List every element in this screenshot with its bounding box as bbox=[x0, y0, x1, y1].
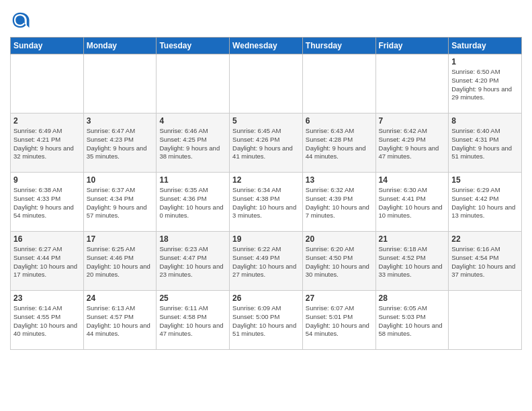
day-info: Sunrise: 6:35 AM Sunset: 4:36 PM Dayligh… bbox=[159, 186, 226, 220]
day-info: Sunrise: 6:18 AM Sunset: 4:52 PM Dayligh… bbox=[379, 245, 446, 279]
day-info: Sunrise: 6:13 AM Sunset: 4:57 PM Dayligh… bbox=[87, 304, 154, 338]
day-cell: 24Sunrise: 6:13 AM Sunset: 4:57 PM Dayli… bbox=[83, 291, 157, 350]
day-info: Sunrise: 6:27 AM Sunset: 4:44 PM Dayligh… bbox=[13, 245, 81, 279]
column-header-sunday: Sunday bbox=[11, 38, 84, 54]
day-cell bbox=[302, 54, 375, 113]
day-cell: 21Sunrise: 6:18 AM Sunset: 4:52 PM Dayli… bbox=[375, 232, 449, 291]
day-cell: 26Sunrise: 6:09 AM Sunset: 5:00 PM Dayli… bbox=[230, 291, 303, 350]
column-header-monday: Monday bbox=[83, 38, 157, 54]
day-number: 12 bbox=[232, 175, 300, 185]
day-cell: 28Sunrise: 6:05 AM Sunset: 5:03 PM Dayli… bbox=[375, 291, 449, 350]
day-info: Sunrise: 6:25 AM Sunset: 4:46 PM Dayligh… bbox=[87, 245, 154, 279]
day-info: Sunrise: 6:14 AM Sunset: 4:55 PM Dayligh… bbox=[13, 304, 81, 338]
column-header-friday: Friday bbox=[375, 38, 449, 54]
day-cell bbox=[230, 54, 303, 113]
day-number: 17 bbox=[87, 234, 154, 244]
day-cell bbox=[83, 54, 157, 113]
day-number: 2 bbox=[13, 116, 81, 126]
day-info: Sunrise: 6:43 AM Sunset: 4:28 PM Dayligh… bbox=[306, 127, 373, 161]
day-cell: 12Sunrise: 6:34 AM Sunset: 4:38 PM Dayli… bbox=[230, 173, 303, 232]
column-header-tuesday: Tuesday bbox=[157, 38, 230, 54]
day-info: Sunrise: 6:42 AM Sunset: 4:29 PM Dayligh… bbox=[379, 127, 446, 161]
day-cell: 7Sunrise: 6:42 AM Sunset: 4:29 PM Daylig… bbox=[375, 113, 449, 173]
day-cell: 23Sunrise: 6:14 AM Sunset: 4:55 PM Dayli… bbox=[11, 291, 84, 350]
day-info: Sunrise: 6:37 AM Sunset: 4:34 PM Dayligh… bbox=[87, 186, 154, 220]
day-info: Sunrise: 6:16 AM Sunset: 4:54 PM Dayligh… bbox=[451, 245, 519, 279]
day-number: 21 bbox=[379, 234, 446, 244]
day-cell: 20Sunrise: 6:20 AM Sunset: 4:50 PM Dayli… bbox=[302, 232, 375, 291]
day-cell: 16Sunrise: 6:27 AM Sunset: 4:44 PM Dayli… bbox=[11, 232, 84, 291]
day-number: 20 bbox=[306, 234, 373, 244]
day-cell bbox=[449, 291, 522, 350]
day-info: Sunrise: 6:40 AM Sunset: 4:31 PM Dayligh… bbox=[451, 127, 519, 161]
day-cell: 15Sunrise: 6:29 AM Sunset: 4:42 PM Dayli… bbox=[449, 173, 522, 232]
day-number: 15 bbox=[451, 175, 519, 185]
day-info: Sunrise: 6:45 AM Sunset: 4:26 PM Dayligh… bbox=[232, 127, 300, 161]
week-row-5: 23Sunrise: 6:14 AM Sunset: 4:55 PM Dayli… bbox=[11, 291, 522, 350]
day-number: 18 bbox=[159, 234, 226, 244]
day-number: 14 bbox=[379, 175, 446, 185]
day-number: 6 bbox=[306, 116, 373, 126]
day-number: 22 bbox=[451, 234, 519, 244]
day-number: 24 bbox=[87, 293, 154, 303]
day-cell: 27Sunrise: 6:07 AM Sunset: 5:01 PM Dayli… bbox=[302, 291, 375, 350]
day-cell: 2Sunrise: 6:49 AM Sunset: 4:21 PM Daylig… bbox=[11, 113, 84, 173]
day-number: 19 bbox=[232, 234, 300, 244]
day-number: 7 bbox=[379, 116, 446, 126]
day-number: 10 bbox=[87, 175, 154, 185]
day-info: Sunrise: 6:11 AM Sunset: 4:58 PM Dayligh… bbox=[159, 304, 226, 338]
week-row-4: 16Sunrise: 6:27 AM Sunset: 4:44 PM Dayli… bbox=[11, 232, 522, 291]
day-number: 16 bbox=[13, 234, 81, 244]
day-info: Sunrise: 6:29 AM Sunset: 4:42 PM Dayligh… bbox=[451, 186, 519, 220]
day-cell: 4Sunrise: 6:46 AM Sunset: 4:25 PM Daylig… bbox=[157, 113, 230, 173]
day-cell: 18Sunrise: 6:23 AM Sunset: 4:47 PM Dayli… bbox=[157, 232, 230, 291]
logo-icon bbox=[10, 10, 30, 30]
calendar-header-row: SundayMondayTuesdayWednesdayThursdayFrid… bbox=[11, 38, 522, 54]
day-number: 5 bbox=[232, 116, 300, 126]
day-cell: 10Sunrise: 6:37 AM Sunset: 4:34 PM Dayli… bbox=[83, 173, 157, 232]
day-info: Sunrise: 6:23 AM Sunset: 4:47 PM Dayligh… bbox=[159, 245, 226, 279]
day-cell: 6Sunrise: 6:43 AM Sunset: 4:28 PM Daylig… bbox=[302, 113, 375, 173]
day-cell: 9Sunrise: 6:38 AM Sunset: 4:33 PM Daylig… bbox=[11, 173, 84, 232]
day-cell: 25Sunrise: 6:11 AM Sunset: 4:58 PM Dayli… bbox=[157, 291, 230, 350]
day-info: Sunrise: 6:50 AM Sunset: 4:20 PM Dayligh… bbox=[451, 68, 519, 102]
day-info: Sunrise: 6:05 AM Sunset: 5:03 PM Dayligh… bbox=[379, 304, 446, 338]
day-cell: 11Sunrise: 6:35 AM Sunset: 4:36 PM Dayli… bbox=[157, 173, 230, 232]
day-info: Sunrise: 6:32 AM Sunset: 4:39 PM Dayligh… bbox=[306, 186, 373, 220]
week-row-3: 9Sunrise: 6:38 AM Sunset: 4:33 PM Daylig… bbox=[11, 173, 522, 232]
day-cell: 13Sunrise: 6:32 AM Sunset: 4:39 PM Dayli… bbox=[302, 173, 375, 232]
day-cell: 5Sunrise: 6:45 AM Sunset: 4:26 PM Daylig… bbox=[230, 113, 303, 173]
column-header-saturday: Saturday bbox=[449, 38, 522, 54]
page-header bbox=[10, 10, 522, 30]
day-number: 9 bbox=[13, 175, 81, 185]
day-number: 4 bbox=[159, 116, 226, 126]
day-info: Sunrise: 6:49 AM Sunset: 4:21 PM Dayligh… bbox=[13, 127, 81, 161]
day-info: Sunrise: 6:34 AM Sunset: 4:38 PM Dayligh… bbox=[232, 186, 300, 220]
day-cell: 8Sunrise: 6:40 AM Sunset: 4:31 PM Daylig… bbox=[449, 113, 522, 173]
day-info: Sunrise: 6:38 AM Sunset: 4:33 PM Dayligh… bbox=[13, 186, 81, 220]
day-number: 23 bbox=[13, 293, 81, 303]
day-cell: 3Sunrise: 6:47 AM Sunset: 4:23 PM Daylig… bbox=[83, 113, 157, 173]
day-cell bbox=[157, 54, 230, 113]
day-number: 1 bbox=[451, 57, 519, 66]
week-row-2: 2Sunrise: 6:49 AM Sunset: 4:21 PM Daylig… bbox=[11, 113, 522, 173]
day-cell: 19Sunrise: 6:22 AM Sunset: 4:49 PM Dayli… bbox=[230, 232, 303, 291]
day-cell bbox=[375, 54, 449, 113]
column-header-wednesday: Wednesday bbox=[230, 38, 303, 54]
day-number: 13 bbox=[306, 175, 373, 185]
day-cell: 22Sunrise: 6:16 AM Sunset: 4:54 PM Dayli… bbox=[449, 232, 522, 291]
day-number: 11 bbox=[159, 175, 226, 185]
day-number: 28 bbox=[379, 293, 446, 303]
day-number: 27 bbox=[306, 293, 373, 303]
day-number: 26 bbox=[232, 293, 300, 303]
day-info: Sunrise: 6:30 AM Sunset: 4:41 PM Dayligh… bbox=[379, 186, 446, 220]
day-info: Sunrise: 6:46 AM Sunset: 4:25 PM Dayligh… bbox=[159, 127, 226, 161]
day-cell bbox=[11, 54, 84, 113]
day-number: 25 bbox=[159, 293, 226, 303]
calendar-table: SundayMondayTuesdayWednesdayThursdayFrid… bbox=[10, 37, 522, 350]
day-cell: 14Sunrise: 6:30 AM Sunset: 4:41 PM Dayli… bbox=[375, 173, 449, 232]
day-info: Sunrise: 6:47 AM Sunset: 4:23 PM Dayligh… bbox=[87, 127, 154, 161]
week-row-1: 1Sunrise: 6:50 AM Sunset: 4:20 PM Daylig… bbox=[11, 54, 522, 113]
day-info: Sunrise: 6:20 AM Sunset: 4:50 PM Dayligh… bbox=[306, 245, 373, 279]
day-number: 3 bbox=[87, 116, 154, 126]
